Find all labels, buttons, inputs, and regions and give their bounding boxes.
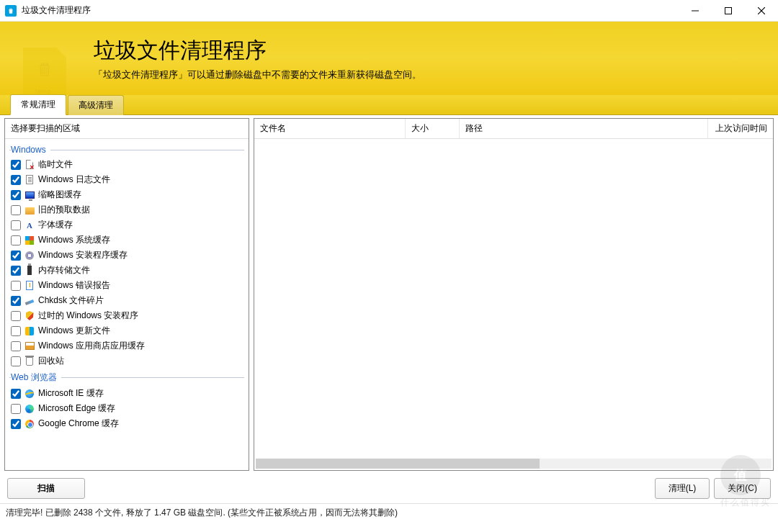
close-button[interactable]	[745, 0, 778, 22]
scan-item-checkbox[interactable]	[11, 175, 21, 185]
results-table-header: 文件名 大小 路径 上次访问时间	[254, 119, 773, 139]
scan-item-checkbox[interactable]	[11, 419, 21, 429]
col-last-accessed[interactable]: 上次访问时间	[708, 119, 773, 138]
scan-item[interactable]: Google Chrome 缓存	[9, 416, 244, 431]
scan-item[interactable]: Windows 应用商店应用缓存	[9, 338, 244, 353]
disc-icon	[24, 250, 35, 261]
scan-item-label: 临时文件	[38, 158, 73, 171]
svg-rect-1	[725, 7, 732, 14]
scan-item[interactable]: Windows 错误报告	[9, 278, 244, 293]
title-bar: 垃圾文件清理程序	[0, 0, 778, 22]
scan-item-checkbox[interactable]	[11, 356, 21, 366]
winlogo-icon	[24, 235, 35, 246]
scan-item[interactable]: A字体缓存	[9, 217, 244, 233]
scan-item-label: Chkdsk 文件碎片	[38, 294, 104, 307]
scan-item[interactable]: Windows 更新文件	[9, 323, 244, 338]
banner-title: 垃圾文件清理程序	[94, 36, 421, 66]
app-icon	[5, 5, 17, 17]
close-dialog-button[interactable]: 关闭(C)	[714, 478, 771, 499]
scan-item-label: 旧的预取数据	[38, 204, 90, 216]
scan-item-checkbox[interactable]	[11, 160, 21, 170]
scan-item-label: Microsoft Edge 缓存	[38, 402, 115, 415]
scan-item-checkbox[interactable]	[11, 235, 21, 245]
log-file-icon	[24, 174, 35, 186]
tab-bar: 常规清理 高级清理	[0, 95, 778, 115]
scan-item-label: Windows 更新文件	[38, 325, 110, 337]
scan-item[interactable]: Windows 日志文件	[9, 172, 244, 187]
horizontal-scrollbar[interactable]	[256, 459, 772, 469]
scan-item-checkbox[interactable]	[11, 251, 21, 261]
scan-item-checkbox[interactable]	[11, 220, 21, 230]
scan-item[interactable]: 缩略图缓存	[9, 187, 244, 202]
group-header: Web 浏览器	[9, 369, 244, 386]
group-header: Windows	[9, 142, 244, 157]
folder-icon	[24, 204, 35, 216]
scan-item[interactable]: Microsoft IE 缓存	[9, 386, 244, 401]
scan-item[interactable]: Windows 安装程序缓存	[9, 248, 244, 263]
update-icon	[24, 325, 35, 337]
scan-item[interactable]: Windows 系统缓存	[9, 233, 244, 248]
col-path[interactable]: 路径	[460, 119, 708, 138]
scan-item[interactable]: 内存转储文件	[9, 263, 244, 278]
scan-areas-header: 选择要扫描的区域	[5, 119, 249, 139]
monitor-icon	[24, 189, 35, 201]
group-title: Web 浏览器	[11, 372, 61, 382]
scan-item-checkbox[interactable]	[11, 341, 21, 351]
window-title: 垃圾文件清理程序	[22, 4, 679, 17]
scan-item[interactable]: 过时的 Windows 安装程序	[9, 308, 244, 323]
brush-icon	[24, 295, 35, 307]
scan-item-checkbox[interactable]	[11, 389, 21, 399]
scan-item-checkbox[interactable]	[11, 326, 21, 336]
chrome-icon	[24, 418, 35, 430]
tab-normal-clean[interactable]: 常规清理	[10, 94, 66, 115]
store-icon	[24, 341, 35, 352]
font-icon: A	[24, 220, 35, 231]
scan-item-label: Windows 错误报告	[38, 279, 110, 292]
tab-advanced-clean[interactable]: 高级清理	[68, 95, 124, 115]
scan-item-checkbox[interactable]	[11, 266, 21, 276]
maximize-button[interactable]	[712, 0, 745, 22]
scan-item[interactable]: 临时文件	[9, 157, 244, 172]
temp-file-icon	[24, 159, 35, 171]
scan-item-checkbox[interactable]	[11, 311, 21, 321]
scan-list: Windows临时文件Windows 日志文件缩略图缓存旧的预取数据A字体缓存W…	[5, 139, 249, 470]
clean-button[interactable]: 清理(L)	[655, 478, 710, 499]
footer-buttons: 扫描 清理(L) 关闭(C)	[0, 474, 778, 503]
scan-item-checkbox[interactable]	[11, 296, 21, 306]
scan-item-label: 缩略图缓存	[38, 189, 81, 201]
scan-item[interactable]: 旧的预取数据	[9, 202, 244, 217]
scan-item-checkbox[interactable]	[11, 190, 21, 200]
status-bar: 清理完毕! 已删除 2438 个文件, 释放了 1.47 GB 磁盘空间. (某…	[0, 503, 778, 522]
scrollbar-thumb[interactable]	[256, 459, 540, 469]
banner-doc-icon: .temp	[23, 48, 66, 99]
scan-item-label: Windows 日志文件	[38, 173, 110, 186]
scan-item[interactable]: Microsoft Edge 缓存	[9, 401, 244, 416]
scan-areas-panel: 选择要扫描的区域 Windows临时文件Windows 日志文件缩略图缓存旧的预…	[4, 118, 249, 471]
scan-item-label: 回收站	[38, 355, 64, 367]
scan-item-checkbox[interactable]	[11, 205, 21, 215]
scan-item-label: Windows 应用商店应用缓存	[38, 340, 145, 352]
scan-item-label: 过时的 Windows 安装程序	[38, 310, 138, 322]
scan-item[interactable]: Chkdsk 文件碎片	[9, 293, 244, 308]
scan-item-label: Windows 系统缓存	[38, 234, 110, 246]
scan-item-label: Microsoft IE 缓存	[38, 387, 104, 400]
scan-button[interactable]: 扫描	[7, 478, 85, 499]
scan-item-label: 字体缓存	[38, 219, 73, 231]
scan-item-checkbox[interactable]	[11, 281, 21, 291]
shield-icon	[24, 310, 35, 322]
scan-item-label: Windows 安装程序缓存	[38, 249, 128, 261]
recycle-bin-icon	[24, 356, 35, 367]
group-title: Windows	[11, 145, 50, 155]
banner-subtitle: 「垃圾文件清理程序」可以通过删除磁盘中不需要的文件来重新获得磁盘空间。	[94, 68, 421, 81]
minimize-button[interactable]	[679, 0, 712, 22]
report-icon	[24, 280, 35, 292]
scan-item[interactable]: 回收站	[9, 353, 244, 369]
scan-item-checkbox[interactable]	[11, 404, 21, 414]
edge-icon	[24, 403, 35, 415]
col-size[interactable]: 大小	[406, 119, 460, 138]
usb-icon	[24, 265, 35, 276]
scan-item-label: Google Chrome 缓存	[38, 418, 119, 430]
col-filename[interactable]: 文件名	[254, 119, 406, 138]
results-panel: 文件名 大小 路径 上次访问时间	[254, 118, 774, 471]
scan-item-label: 内存转储文件	[38, 264, 90, 276]
